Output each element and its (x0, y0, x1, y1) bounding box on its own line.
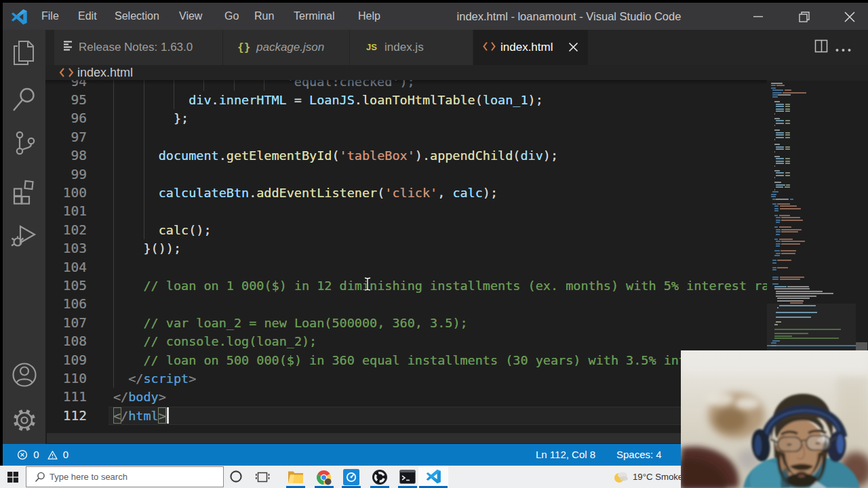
code-line-102: calc(); (159, 221, 212, 239)
minimap-line (785, 120, 790, 121)
minimap-line (774, 165, 775, 167)
html-file-icon (59, 67, 74, 78)
file-explorer-icon[interactable] (288, 470, 304, 487)
indent-guide (113, 314, 114, 332)
indentation-status[interactable]: Spaces: 4 (616, 444, 662, 466)
menu-file[interactable]: File (41, 3, 59, 30)
tab-index.html[interactable]: index.html (473, 30, 589, 65)
weather-text[interactable]: 19°C Smoke (633, 466, 683, 488)
menu-view[interactable]: View (179, 3, 202, 30)
minimap-line (774, 239, 778, 240)
minimap-line (776, 146, 785, 148)
minimap-line (776, 137, 785, 138)
indent-guide (113, 332, 114, 350)
line-number: 97 (45, 128, 87, 146)
minimap-line (772, 92, 782, 94)
indent-guide (113, 258, 114, 277)
run-debug-icon[interactable] (3, 222, 45, 253)
minimap-line (776, 104, 785, 105)
minimap-line (787, 286, 809, 287)
minimap-line (785, 172, 790, 174)
menu-go[interactable]: Go (224, 3, 239, 30)
minimap-line (771, 196, 776, 197)
vscode-taskbar-button[interactable] (418, 466, 448, 488)
cortana-icon[interactable] (229, 470, 243, 486)
tab-package.json[interactable]: {}package.json (223, 30, 350, 65)
vertical-scrollbar[interactable] (856, 342, 867, 350)
tab-label: index.html (500, 30, 553, 65)
weather-icon[interactable] (612, 470, 629, 487)
search-placeholder: Type here to search (50, 467, 127, 487)
minimize-button[interactable] (738, 3, 778, 30)
minimap-line (785, 132, 790, 134)
running-indicator (315, 486, 334, 488)
source-control-icon[interactable] (3, 129, 45, 159)
indent-guide (144, 128, 144, 146)
minimap-line (774, 129, 780, 131)
minimap-line (776, 158, 785, 159)
warning-icon (47, 450, 58, 460)
tab-index.js[interactable]: JSindex.js (350, 30, 473, 65)
braces-icon: {} (237, 41, 250, 54)
tab-release-notes-1.63.0[interactable]: Release Notes: 1.63.0 (54, 30, 223, 65)
line-number: 111 (45, 388, 87, 406)
minimap-line (776, 199, 789, 200)
code-editor[interactable]: 94'equal:checked');95div.innerHTML = Loa… (45, 80, 767, 444)
video-border-top (0, 0, 868, 3)
minimap-line (790, 302, 804, 304)
indent-guide (113, 369, 114, 388)
minimap-line (781, 231, 798, 232)
menu-terminal[interactable]: Terminal (294, 3, 334, 30)
minimap-line (776, 134, 785, 136)
minimap-line (785, 89, 791, 91)
split-editor-button[interactable] (814, 39, 829, 56)
minimap-line (777, 203, 789, 205)
minimap-line (776, 293, 833, 294)
minimap-line (774, 324, 778, 325)
restore-button[interactable] (785, 3, 825, 30)
breadcrumb[interactable]: index.html (45, 65, 868, 81)
extensions-icon[interactable] (3, 178, 45, 207)
minimap-slider[interactable] (767, 304, 856, 350)
menu-run[interactable]: Run (254, 3, 274, 30)
start-button[interactable] (0, 466, 26, 488)
menu-help[interactable]: Help (358, 3, 380, 30)
cursor-position[interactable]: Ln 112, Col 8 (536, 444, 595, 466)
minimap-line (774, 177, 775, 178)
problems-status[interactable]: 0 0 (17, 444, 68, 466)
minimap-line (780, 205, 797, 207)
code-line-109: // loan on 500 000($) in 360 equal insta… (144, 351, 762, 369)
minimap-line (780, 277, 805, 278)
minimap-line (776, 132, 785, 134)
minimap-line (774, 101, 780, 102)
indent-guide (113, 128, 114, 146)
minimap-line (776, 234, 780, 235)
minimap-line (776, 243, 781, 245)
more-actions-button[interactable] (835, 43, 852, 56)
task-view-icon[interactable] (256, 471, 271, 486)
minimap-line (772, 94, 778, 96)
breadcrumb-file[interactable]: index.html (77, 65, 133, 81)
minimap-line (772, 262, 776, 264)
video-border-left (0, 0, 3, 466)
minimap-line (776, 163, 785, 164)
terminal-icon[interactable] (399, 470, 416, 487)
menu-edit[interactable]: Edit (78, 3, 97, 30)
minimap-line (776, 317, 811, 318)
explorer-icon[interactable] (3, 37, 45, 71)
horizontal-scrollbar[interactable] (47, 433, 767, 443)
search-icon[interactable] (3, 86, 45, 116)
tab-close-icon[interactable] (568, 41, 579, 56)
code-line-103: }()); (144, 239, 182, 258)
minimap-line (772, 191, 778, 192)
accounts-icon[interactable] (3, 361, 45, 392)
taskbar-search[interactable]: Type here to search (26, 466, 224, 487)
close-button[interactable] (830, 3, 868, 30)
minimap-line (774, 151, 775, 152)
tab-label: Release Notes: 1.63.0 (79, 30, 193, 65)
settings-gear-icon[interactable] (3, 406, 45, 437)
running-indicator (342, 486, 361, 488)
minimap-line (781, 250, 796, 251)
minimap-line (780, 279, 800, 280)
menu-selection[interactable]: Selection (115, 3, 159, 30)
